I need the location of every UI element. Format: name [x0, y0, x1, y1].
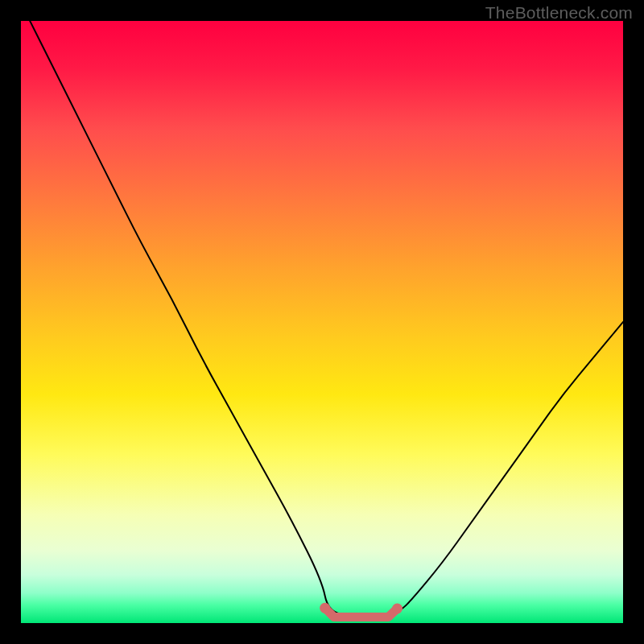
bottleneck-curve	[21, 21, 623, 617]
optimal-zone-start-dot	[320, 603, 330, 613]
plot-area	[21, 21, 623, 623]
optimal-zone-marker	[320, 603, 402, 617]
chart-frame: TheBottleneck.com	[0, 0, 644, 644]
attribution-label: TheBottleneck.com	[485, 3, 633, 23]
optimal-zone-end-dot	[392, 604, 402, 614]
curve-layer	[21, 21, 623, 623]
